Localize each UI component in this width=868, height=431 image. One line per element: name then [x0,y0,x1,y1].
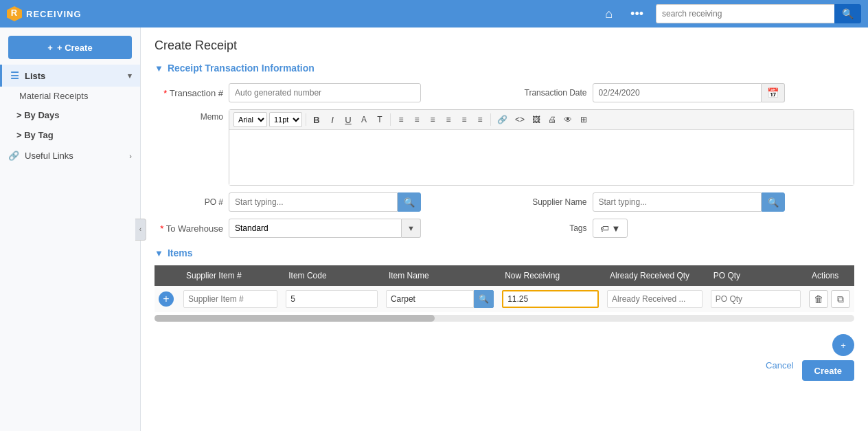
sidebar-item-by-days[interactable]: > By Days [0,105,140,125]
sidebar-item-material-receipts[interactable]: Material Receipts [0,87,140,105]
create-button[interactable]: + + Create [8,36,132,59]
po-input[interactable] [229,192,398,212]
receipt-section-header[interactable]: ▼ Receipt Transaction Information [155,63,854,74]
cancel-button[interactable]: Cancel [766,360,793,381]
numbered-list-button[interactable]: ≡ [457,112,471,127]
bold-button[interactable]: B [310,112,323,127]
supplier-label: Supplier Name [518,197,587,207]
supplier-item-input[interactable] [183,290,277,308]
memo-container: Arial 11pt B I U A T ≡ ≡ ≡ ≡ ≡ [229,109,854,186]
items-table-scroll: Supplier Item # Item Code Item Name Now … [155,265,854,322]
top-nav: R RECEIVING ⌂ ••• 🔍 [0,0,868,27]
link-icon: 🔗 [8,151,19,161]
item-code-cell [282,286,382,312]
add-item-bottom-button[interactable]: + [832,334,854,356]
scroll-thumb [155,315,435,322]
transaction-field: * Transaction # [155,83,491,102]
tags-button[interactable]: 🏷 ▼ [593,219,628,238]
bullets-button[interactable]: ≡ [442,112,455,127]
items-chevron: ▼ [155,248,163,258]
transaction-row: * Transaction # Transaction Date 📅 [155,83,854,102]
print-button[interactable]: 🖨 [545,112,559,127]
memo-body[interactable] [229,130,854,185]
already-received-input[interactable] [607,290,703,308]
font-color-button[interactable]: A [357,112,371,127]
main-layout: + + Create ☰ Lists ▾ Material Receipts >… [0,27,868,431]
now-receiving-input[interactable] [502,290,599,308]
add-row-button[interactable]: + [159,291,174,307]
sidebar-item-useful-links[interactable]: 🔗 Useful Links › [0,145,140,166]
transaction-label: * Transaction # [155,88,223,98]
items-table: Supplier Item # Item Code Item Name Now … [155,265,854,312]
warehouse-required: * [160,223,165,234]
table-button[interactable]: ⊞ [577,112,591,127]
memo-font-select[interactable]: Arial [233,112,267,127]
memo-toolbar: Arial 11pt B I U A T ≡ ≡ ≡ ≡ ≡ [229,110,854,130]
create-icon: + [47,43,53,53]
copy-row-button[interactable]: ⧉ [831,290,850,308]
search-button[interactable]: 🔍 [834,4,861,23]
required-star: * [163,88,169,98]
sidebar-item-lists[interactable]: ☰ Lists ▾ [0,65,140,87]
calendar-icon-button[interactable]: 📅 [762,83,785,102]
warehouse-select[interactable]: Standard [229,219,402,238]
link-button[interactable]: 🔗 [494,112,510,127]
indent-button[interactable]: ≡ [473,112,487,127]
code-button[interactable]: <> [512,112,527,127]
po-qty-cell [707,286,805,312]
supplier-search-button[interactable]: 🔍 [762,192,785,212]
sidebar-item-by-tag[interactable]: > By Tag [0,125,140,145]
align-right-button[interactable]: ≡ [426,112,439,127]
po-qty-input[interactable] [711,290,801,308]
memo-size-select[interactable]: 11pt [269,112,302,127]
receipt-section-title: Receipt Transaction Information [168,63,315,74]
form-actions: Cancel Create [155,360,854,381]
item-code-input[interactable] [286,290,378,308]
po-supplier-row: PO # 🔍 Supplier Name 🔍 [155,192,854,212]
bottom-actions: + [155,329,854,356]
col-item-code: Item Code [282,265,382,286]
app-name: RECEIVING [26,9,82,19]
warehouse-dropdown-button[interactable]: ▼ [402,219,421,238]
col-item-name: Item Name [382,265,498,286]
useful-links-arrow: › [129,152,132,160]
align-center-button[interactable]: ≡ [410,112,424,127]
by-days-label: > By Days [16,110,60,120]
app-logo: R RECEIVING [7,6,82,21]
now-receiving-cell [498,286,603,312]
page-title: Create Receipt [155,38,854,53]
more-button[interactable]: ••• [625,4,649,24]
warehouse-label: * To Warehouse [155,223,223,234]
items-section-header[interactable]: ▼ Items [155,247,854,258]
toolbar-sep-2 [390,113,391,126]
italic-button[interactable]: I [326,112,339,127]
image-button[interactable]: 🖼 [529,112,543,127]
col-add [155,265,179,286]
supplier-item-cell [179,286,282,312]
transaction-input[interactable] [229,83,421,102]
memo-label: Memo [155,109,223,122]
supplier-input[interactable] [593,192,762,212]
align-left-button[interactable]: ≡ [394,112,408,127]
po-search-button[interactable]: 🔍 [398,192,421,212]
home-button[interactable]: ⌂ [599,4,618,24]
supplier-field: Supplier Name 🔍 [518,192,855,212]
bg-color-button[interactable]: T [373,112,387,127]
horizontal-scrollbar[interactable] [155,315,854,322]
item-name-search-button[interactable]: 🔍 [474,290,494,308]
search-input[interactable] [656,4,834,23]
by-tag-label: > By Tag [16,130,54,140]
transaction-date-input[interactable] [593,83,762,102]
underline-button[interactable]: U [341,112,355,127]
tags-field: Tags 🏷 ▼ [518,219,855,238]
table-header-row: Supplier Item # Item Code Item Name Now … [155,265,854,286]
delete-row-button[interactable]: 🗑 [809,290,828,308]
po-field: PO # 🔍 [155,192,491,212]
col-po-qty: PO Qty [707,265,805,286]
create-receipt-button[interactable]: Create [802,360,854,381]
col-supplier-item: Supplier Item # [179,265,282,286]
preview-button[interactable]: 👁 [561,112,575,127]
collapse-sidebar-button[interactable]: ‹ [135,219,146,241]
tags-dropdown-arrow: ▼ [612,223,621,234]
item-name-input[interactable] [386,290,474,308]
